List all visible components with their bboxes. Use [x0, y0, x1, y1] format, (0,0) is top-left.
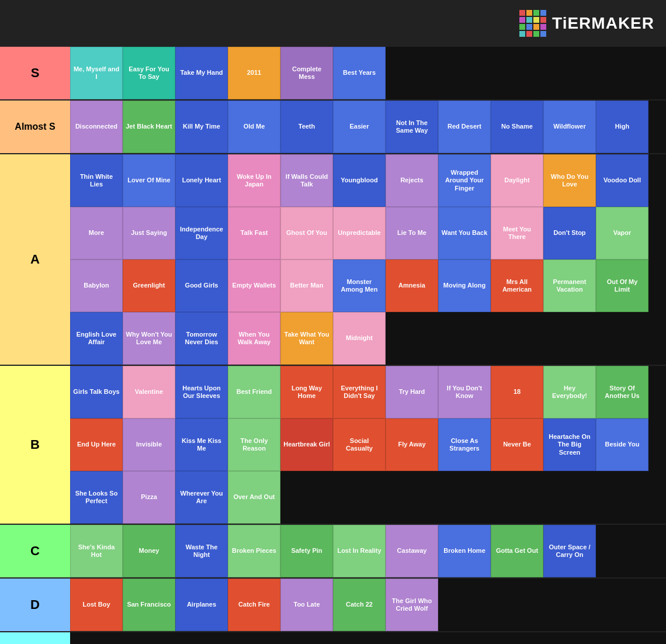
tier-item[interactable]: If You Don't Know — [438, 366, 491, 418]
tier-item[interactable]: Too Late — [280, 579, 333, 631]
tier-item[interactable]: Fly Away — [386, 418, 438, 471]
tier-item[interactable]: She Looks So Perfect — [70, 471, 123, 524]
tier-item[interactable]: Best Friend — [228, 366, 280, 418]
tier-item[interactable]: More — [70, 207, 123, 259]
tier-item[interactable]: Try Hard — [386, 366, 438, 418]
tier-item[interactable]: Waste The Night — [175, 525, 228, 577]
tier-item[interactable]: Who Do You Love — [543, 154, 596, 207]
tier-item[interactable]: Amnesia — [386, 259, 438, 312]
tier-item[interactable]: When You Walk Away — [228, 312, 280, 365]
tier-item[interactable]: Gotta Get Out — [491, 525, 543, 577]
tier-item[interactable]: High — [596, 101, 648, 153]
tier-item[interactable]: Teeth — [280, 101, 333, 153]
tier-item[interactable]: English Love Affair — [70, 312, 123, 365]
tier-item[interactable]: Not In The Same Way — [386, 101, 438, 153]
tier-item[interactable]: Easy For You To Say — [123, 47, 175, 99]
tier-item[interactable]: Broken Pieces — [228, 525, 280, 577]
tier-item[interactable]: Wildflower — [543, 101, 596, 153]
tier-item[interactable]: Girls Talk Boys — [70, 366, 123, 418]
tier-item[interactable]: End Up Here — [70, 418, 123, 471]
tier-item[interactable]: Kill My Time — [175, 101, 228, 153]
tier-item[interactable]: Story Of Another Us — [596, 366, 648, 418]
tier-item[interactable]: San Francisco — [123, 579, 175, 631]
tier-item[interactable]: Safety Pin — [280, 525, 333, 577]
tier-item[interactable]: Why Won't You Love Me — [123, 312, 175, 365]
tier-item[interactable]: 2011 — [228, 47, 280, 99]
tier-item[interactable]: Lover Of Mine — [123, 154, 175, 207]
tier-item[interactable]: Tomorrow Never Dies — [175, 312, 228, 365]
tier-item[interactable]: Never Be — [491, 418, 543, 471]
tier-item[interactable]: No Shame — [491, 101, 543, 153]
tier-label-1: Almost S — [0, 101, 70, 153]
tier-item[interactable]: Best Years — [333, 47, 386, 99]
tier-item[interactable]: Out Of My Limit — [596, 259, 648, 312]
tier-item[interactable]: Lie To Me — [386, 207, 438, 259]
tier-item[interactable]: Rejects — [386, 154, 438, 207]
tier-item[interactable]: Daylight — [491, 154, 543, 207]
tier-item[interactable]: Better Man — [280, 259, 333, 312]
tier-item[interactable]: Midnight — [333, 312, 386, 365]
tier-item[interactable]: Moving Along — [438, 259, 491, 312]
tier-item[interactable]: Airplanes — [175, 579, 228, 631]
tier-item[interactable]: Youngblood — [333, 154, 386, 207]
tier-item[interactable]: Heartbreak Girl — [280, 418, 333, 471]
tier-item[interactable]: Heartache On The Big Screen — [543, 418, 596, 471]
tier-item[interactable]: Babylon — [70, 259, 123, 312]
tier-item[interactable]: Invisible — [123, 418, 175, 471]
tier-item[interactable]: Want You Back — [438, 207, 491, 259]
tier-item[interactable]: Lonely Heart — [175, 154, 228, 207]
tier-item[interactable]: Empty Wallets — [228, 259, 280, 312]
tier-item[interactable]: She's Kinda Hot — [70, 525, 123, 577]
tier-item[interactable]: Broken Home — [438, 525, 491, 577]
tier-item[interactable]: Wherever You Are — [175, 471, 228, 524]
tier-item[interactable]: Everything I Didn't Say — [333, 366, 386, 418]
tier-item[interactable]: Jet Black Heart — [123, 101, 175, 153]
tier-item[interactable]: Complete Mess — [280, 47, 333, 99]
tier-item[interactable]: Pizza — [123, 471, 175, 524]
tier-item[interactable]: Close As Strangers — [438, 418, 491, 471]
tier-item[interactable]: Woke Up In Japan — [228, 154, 280, 207]
tier-item[interactable]: Red Desert — [438, 101, 491, 153]
tier-item[interactable]: Hey Everybody! — [543, 366, 596, 418]
tier-item[interactable]: Catch Fire — [228, 579, 280, 631]
tier-item[interactable]: Meet You There — [491, 207, 543, 259]
tier-item[interactable]: The Only Reason — [228, 418, 280, 471]
tier-item[interactable]: Lost In Reality — [333, 525, 386, 577]
tier-item[interactable]: Good Girls — [175, 259, 228, 312]
tier-item[interactable]: Old Me — [228, 101, 280, 153]
tier-item[interactable]: Voodoo Doll — [596, 154, 648, 207]
tier-item[interactable]: Long Way Home — [280, 366, 333, 418]
tier-item[interactable]: Social Casualty — [333, 418, 386, 471]
tier-item[interactable]: Don't Stop — [543, 207, 596, 259]
tier-item[interactable]: Hearts Upon Our Sleeves — [175, 366, 228, 418]
tier-item[interactable]: Me, Myself and I — [70, 47, 123, 99]
tier-item[interactable]: Easier — [333, 101, 386, 153]
tier-item[interactable]: Valentine — [123, 366, 175, 418]
tier-item[interactable]: Lost Boy — [70, 579, 123, 631]
tier-item[interactable]: Monster Among Men — [333, 259, 386, 312]
tier-item[interactable]: Beside You — [596, 418, 648, 471]
tier-item[interactable]: Independence Day — [175, 207, 228, 259]
tier-item[interactable]: If Walls Could Talk — [280, 154, 333, 207]
tier-item[interactable]: Greenlight — [123, 259, 175, 312]
tier-item[interactable]: Kiss Me Kiss Me — [175, 418, 228, 471]
tier-item[interactable]: Castaway — [386, 525, 438, 577]
tier-item[interactable]: Catch 22 — [333, 579, 386, 631]
tier-item[interactable]: Vapor — [596, 207, 648, 259]
tier-item[interactable]: Money — [123, 525, 175, 577]
tier-item[interactable]: Take What You Want — [280, 312, 333, 365]
tier-item[interactable]: Take My Hand — [175, 47, 228, 99]
tier-item[interactable]: Permanent Vacation — [543, 259, 596, 312]
tier-item[interactable]: Thin White Lies — [70, 154, 123, 207]
tier-item[interactable]: 18 — [491, 366, 543, 418]
tier-item[interactable]: Mrs All American — [491, 259, 543, 312]
tier-item[interactable]: Outer Space / Carry On — [543, 525, 596, 577]
tier-item[interactable]: Disconnected — [70, 101, 123, 153]
tier-item[interactable]: Just Saying — [123, 207, 175, 259]
tier-item[interactable]: Unpredictable — [333, 207, 386, 259]
tier-item[interactable]: Talk Fast — [228, 207, 280, 259]
tier-item[interactable]: Ghost Of You — [280, 207, 333, 259]
tier-item[interactable]: Over And Out — [228, 471, 280, 524]
tier-item[interactable]: The Girl Who Cried Wolf — [386, 579, 438, 631]
tier-item[interactable]: Wrapped Around Your Finger — [438, 154, 491, 207]
